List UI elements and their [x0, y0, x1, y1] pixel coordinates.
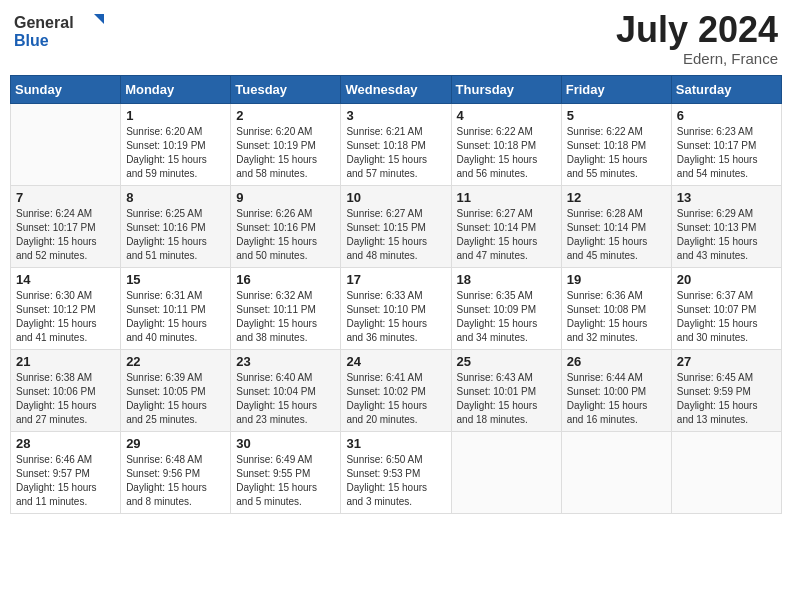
day-info: Sunrise: 6:27 AM Sunset: 10:15 PM Daylig…: [346, 207, 445, 263]
day-info: Sunrise: 6:46 AM Sunset: 9:57 PM Dayligh…: [16, 453, 115, 509]
day-info: Sunrise: 6:24 AM Sunset: 10:17 PM Daylig…: [16, 207, 115, 263]
day-number: 15: [126, 272, 225, 287]
calendar-cell: [451, 431, 561, 513]
calendar-cell: [671, 431, 781, 513]
day-info: Sunrise: 6:44 AM Sunset: 10:00 PM Daylig…: [567, 371, 666, 427]
day-info: Sunrise: 6:23 AM Sunset: 10:17 PM Daylig…: [677, 125, 776, 181]
calendar-cell: 23Sunrise: 6:40 AM Sunset: 10:04 PM Dayl…: [231, 349, 341, 431]
day-info: Sunrise: 6:29 AM Sunset: 10:13 PM Daylig…: [677, 207, 776, 263]
calendar-cell: 5Sunrise: 6:22 AM Sunset: 10:18 PM Dayli…: [561, 103, 671, 185]
day-number: 8: [126, 190, 225, 205]
day-number: 21: [16, 354, 115, 369]
day-number: 10: [346, 190, 445, 205]
calendar-cell: 11Sunrise: 6:27 AM Sunset: 10:14 PM Dayl…: [451, 185, 561, 267]
day-number: 30: [236, 436, 335, 451]
day-number: 11: [457, 190, 556, 205]
day-info: Sunrise: 6:21 AM Sunset: 10:18 PM Daylig…: [346, 125, 445, 181]
day-info: Sunrise: 6:33 AM Sunset: 10:10 PM Daylig…: [346, 289, 445, 345]
day-info: Sunrise: 6:35 AM Sunset: 10:09 PM Daylig…: [457, 289, 556, 345]
day-number: 23: [236, 354, 335, 369]
calendar-cell: 20Sunrise: 6:37 AM Sunset: 10:07 PM Dayl…: [671, 267, 781, 349]
calendar-cell: 30Sunrise: 6:49 AM Sunset: 9:55 PM Dayli…: [231, 431, 341, 513]
calendar-cell: 4Sunrise: 6:22 AM Sunset: 10:18 PM Dayli…: [451, 103, 561, 185]
calendar-cell: 18Sunrise: 6:35 AM Sunset: 10:09 PM Dayl…: [451, 267, 561, 349]
calendar-cell: 28Sunrise: 6:46 AM Sunset: 9:57 PM Dayli…: [11, 431, 121, 513]
day-number: 28: [16, 436, 115, 451]
week-row-2: 7Sunrise: 6:24 AM Sunset: 10:17 PM Dayli…: [11, 185, 782, 267]
day-info: Sunrise: 6:37 AM Sunset: 10:07 PM Daylig…: [677, 289, 776, 345]
calendar-cell: 17Sunrise: 6:33 AM Sunset: 10:10 PM Dayl…: [341, 267, 451, 349]
day-number: 17: [346, 272, 445, 287]
calendar-cell: 21Sunrise: 6:38 AM Sunset: 10:06 PM Dayl…: [11, 349, 121, 431]
day-info: Sunrise: 6:40 AM Sunset: 10:04 PM Daylig…: [236, 371, 335, 427]
week-row-3: 14Sunrise: 6:30 AM Sunset: 10:12 PM Dayl…: [11, 267, 782, 349]
day-number: 3: [346, 108, 445, 123]
title-area: July 2024 Edern, France: [616, 10, 778, 67]
day-info: Sunrise: 6:27 AM Sunset: 10:14 PM Daylig…: [457, 207, 556, 263]
day-number: 18: [457, 272, 556, 287]
calendar-cell: 29Sunrise: 6:48 AM Sunset: 9:56 PM Dayli…: [121, 431, 231, 513]
week-row-1: 1Sunrise: 6:20 AM Sunset: 10:19 PM Dayli…: [11, 103, 782, 185]
day-header-sunday: Sunday: [11, 75, 121, 103]
day-info: Sunrise: 6:30 AM Sunset: 10:12 PM Daylig…: [16, 289, 115, 345]
day-info: Sunrise: 6:48 AM Sunset: 9:56 PM Dayligh…: [126, 453, 225, 509]
calendar-table: SundayMondayTuesdayWednesdayThursdayFrid…: [10, 75, 782, 514]
day-info: Sunrise: 6:22 AM Sunset: 10:18 PM Daylig…: [457, 125, 556, 181]
day-number: 1: [126, 108, 225, 123]
day-number: 14: [16, 272, 115, 287]
page-header: General Blue July 2024 Edern, France: [10, 10, 782, 67]
day-info: Sunrise: 6:43 AM Sunset: 10:01 PM Daylig…: [457, 371, 556, 427]
calendar-cell: 19Sunrise: 6:36 AM Sunset: 10:08 PM Dayl…: [561, 267, 671, 349]
day-info: Sunrise: 6:41 AM Sunset: 10:02 PM Daylig…: [346, 371, 445, 427]
calendar-cell: 9Sunrise: 6:26 AM Sunset: 10:16 PM Dayli…: [231, 185, 341, 267]
day-info: Sunrise: 6:36 AM Sunset: 10:08 PM Daylig…: [567, 289, 666, 345]
calendar-cell: 14Sunrise: 6:30 AM Sunset: 10:12 PM Dayl…: [11, 267, 121, 349]
day-info: Sunrise: 6:31 AM Sunset: 10:11 PM Daylig…: [126, 289, 225, 345]
day-info: Sunrise: 6:20 AM Sunset: 10:19 PM Daylig…: [126, 125, 225, 181]
day-number: 2: [236, 108, 335, 123]
day-number: 31: [346, 436, 445, 451]
day-info: Sunrise: 6:22 AM Sunset: 10:18 PM Daylig…: [567, 125, 666, 181]
logo: General Blue: [14, 10, 104, 50]
day-number: 4: [457, 108, 556, 123]
calendar-cell: 7Sunrise: 6:24 AM Sunset: 10:17 PM Dayli…: [11, 185, 121, 267]
svg-marker-2: [94, 14, 104, 24]
day-info: Sunrise: 6:25 AM Sunset: 10:16 PM Daylig…: [126, 207, 225, 263]
calendar-cell: 25Sunrise: 6:43 AM Sunset: 10:01 PM Dayl…: [451, 349, 561, 431]
calendar-cell: 27Sunrise: 6:45 AM Sunset: 9:59 PM Dayli…: [671, 349, 781, 431]
calendar-cell: 8Sunrise: 6:25 AM Sunset: 10:16 PM Dayli…: [121, 185, 231, 267]
calendar-cell: 6Sunrise: 6:23 AM Sunset: 10:17 PM Dayli…: [671, 103, 781, 185]
calendar-cell: 3Sunrise: 6:21 AM Sunset: 10:18 PM Dayli…: [341, 103, 451, 185]
day-number: 22: [126, 354, 225, 369]
day-header-thursday: Thursday: [451, 75, 561, 103]
day-info: Sunrise: 6:39 AM Sunset: 10:05 PM Daylig…: [126, 371, 225, 427]
calendar-cell: 16Sunrise: 6:32 AM Sunset: 10:11 PM Dayl…: [231, 267, 341, 349]
day-number: 26: [567, 354, 666, 369]
day-info: Sunrise: 6:20 AM Sunset: 10:19 PM Daylig…: [236, 125, 335, 181]
calendar-cell: [561, 431, 671, 513]
svg-text:Blue: Blue: [14, 32, 49, 49]
day-header-saturday: Saturday: [671, 75, 781, 103]
day-info: Sunrise: 6:45 AM Sunset: 9:59 PM Dayligh…: [677, 371, 776, 427]
day-number: 24: [346, 354, 445, 369]
day-number: 29: [126, 436, 225, 451]
calendar-cell: 12Sunrise: 6:28 AM Sunset: 10:14 PM Dayl…: [561, 185, 671, 267]
week-row-4: 21Sunrise: 6:38 AM Sunset: 10:06 PM Dayl…: [11, 349, 782, 431]
day-number: 16: [236, 272, 335, 287]
calendar-cell: 13Sunrise: 6:29 AM Sunset: 10:13 PM Dayl…: [671, 185, 781, 267]
calendar-cell: 1Sunrise: 6:20 AM Sunset: 10:19 PM Dayli…: [121, 103, 231, 185]
calendar-cell: 2Sunrise: 6:20 AM Sunset: 10:19 PM Dayli…: [231, 103, 341, 185]
day-info: Sunrise: 6:26 AM Sunset: 10:16 PM Daylig…: [236, 207, 335, 263]
day-header-tuesday: Tuesday: [231, 75, 341, 103]
calendar-cell: 24Sunrise: 6:41 AM Sunset: 10:02 PM Dayl…: [341, 349, 451, 431]
calendar-cell: 22Sunrise: 6:39 AM Sunset: 10:05 PM Dayl…: [121, 349, 231, 431]
month-title: July 2024: [616, 10, 778, 50]
day-number: 7: [16, 190, 115, 205]
calendar-cell: 10Sunrise: 6:27 AM Sunset: 10:15 PM Dayl…: [341, 185, 451, 267]
day-info: Sunrise: 6:28 AM Sunset: 10:14 PM Daylig…: [567, 207, 666, 263]
day-header-monday: Monday: [121, 75, 231, 103]
day-number: 6: [677, 108, 776, 123]
logo-svg: General Blue: [14, 10, 104, 50]
location: Edern, France: [616, 50, 778, 67]
svg-text:General: General: [14, 14, 74, 31]
